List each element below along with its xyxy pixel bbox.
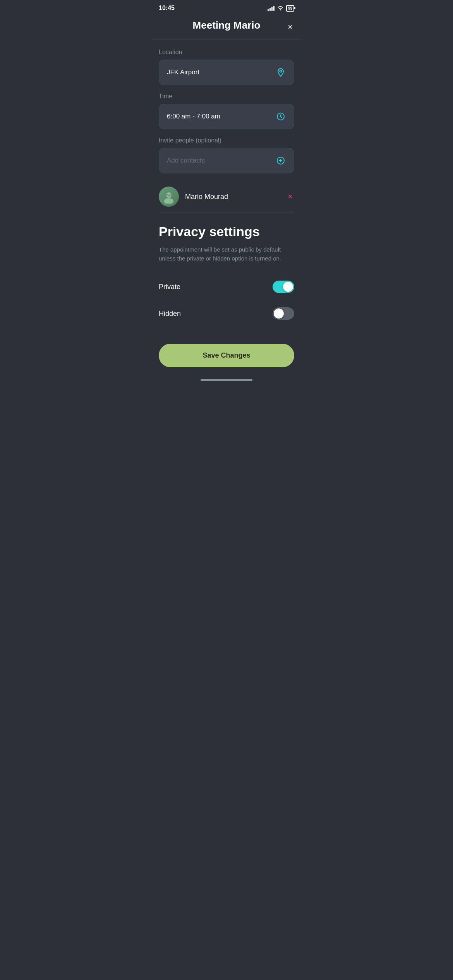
private-row: Private xyxy=(159,274,294,300)
svg-point-3 xyxy=(166,192,172,198)
invite-section: Invite people (optional) Add contacts xyxy=(159,137,294,173)
private-toggle-thumb xyxy=(283,282,293,292)
status-time: 10:45 xyxy=(159,5,175,12)
contact-name: Mario Mourad xyxy=(185,193,286,201)
save-button[interactable]: Save Changes xyxy=(159,344,294,367)
svg-point-4 xyxy=(164,198,173,204)
add-contacts-input[interactable]: Add contacts xyxy=(159,148,294,173)
hidden-row: Hidden xyxy=(159,300,294,327)
privacy-title: Privacy settings xyxy=(159,224,294,239)
wifi-icon xyxy=(277,5,284,12)
invite-placeholder: Add contacts xyxy=(167,157,205,164)
location-section: Location JFK Airport xyxy=(159,49,294,85)
location-icon xyxy=(275,67,286,78)
svg-point-0 xyxy=(280,70,282,72)
private-label: Private xyxy=(159,283,180,291)
status-bar: 10:45 99 xyxy=(151,0,302,15)
status-icons: 99 xyxy=(268,5,294,12)
page-header: Meeting Mario × xyxy=(151,15,302,39)
clock-icon xyxy=(275,111,286,122)
battery-icon: 99 xyxy=(286,5,294,12)
add-contact-icon xyxy=(275,155,286,166)
page-title: Meeting Mario xyxy=(193,19,261,31)
avatar-image xyxy=(159,187,179,207)
privacy-description: The appointment will be set as public by… xyxy=(159,245,294,263)
close-button[interactable]: × xyxy=(286,21,294,33)
location-label: Location xyxy=(159,49,294,56)
time-input[interactable]: 6:00 am - 7:00 am xyxy=(159,104,294,129)
home-indicator xyxy=(201,379,252,381)
remove-contact-button[interactable]: × xyxy=(286,191,294,202)
contact-row: Mario Mourad × xyxy=(159,181,294,212)
invite-label: Invite people (optional) xyxy=(159,137,294,144)
signal-icon xyxy=(268,5,275,11)
location-value: JFK Airport xyxy=(167,69,199,76)
main-content: Location JFK Airport Time 6:00 am - 7:00… xyxy=(151,49,302,212)
hidden-toggle[interactable] xyxy=(273,307,294,320)
header-divider xyxy=(151,39,302,39)
hidden-label: Hidden xyxy=(159,310,181,318)
private-toggle[interactable] xyxy=(273,281,294,293)
avatar xyxy=(159,187,179,207)
time-section: Time 6:00 am - 7:00 am xyxy=(159,93,294,129)
hidden-toggle-thumb xyxy=(274,308,284,319)
location-input[interactable]: JFK Airport xyxy=(159,60,294,85)
privacy-section: Privacy settings The appointment will be… xyxy=(151,212,302,334)
time-label: Time xyxy=(159,93,294,100)
time-value: 6:00 am - 7:00 am xyxy=(167,113,220,120)
